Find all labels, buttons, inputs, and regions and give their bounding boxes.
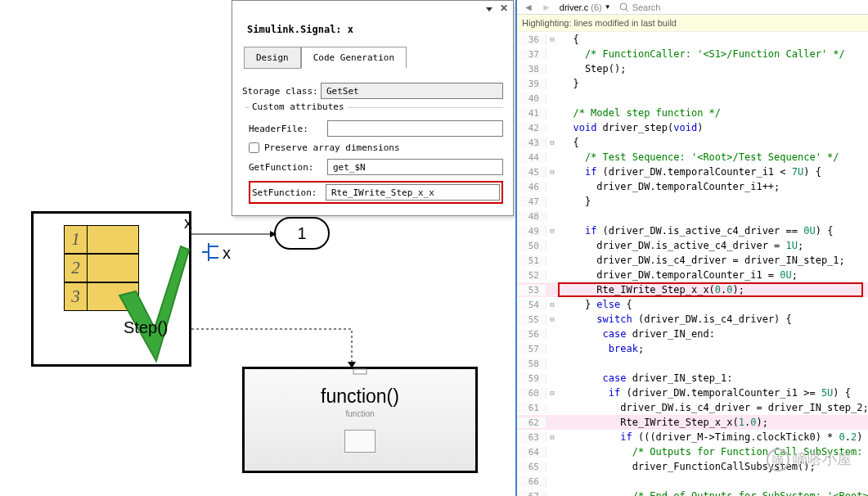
code-text: break; <box>558 343 868 354</box>
line-number: 60 <box>517 388 546 399</box>
line-number: 58 <box>517 358 546 369</box>
fold-gutter[interactable]: ⊟ <box>546 300 558 309</box>
fold-gutter[interactable]: ⊟ <box>546 315 558 323</box>
tab-code-generation[interactable]: Code Generation <box>301 47 407 69</box>
line-number: 52 <box>517 270 546 281</box>
fold-gutter[interactable]: ⊟ <box>546 227 558 235</box>
line-number: 36 <box>517 34 546 45</box>
line-number: 44 <box>517 152 546 163</box>
code-line[interactable]: 40 <box>517 91 868 106</box>
line-number: 53 <box>517 285 546 295</box>
code-line[interactable]: 57 break; <box>517 341 868 356</box>
header-file-input[interactable] <box>327 120 503 137</box>
code-line[interactable]: 60⊟ if (driver_DW.temporalCounter_i1 >= … <box>517 386 868 400</box>
line-number: 50 <box>517 241 546 251</box>
code-line[interactable]: 67 /* End of Outputs for SubSystem: '<Ro… <box>517 489 868 496</box>
header-file-label: HeaderFile: <box>249 124 327 134</box>
simulink-canvas[interactable]: 1 2 3 Step() x x 1 function() function ✕… <box>0 0 515 496</box>
code-line[interactable]: 52 driver_DW.temporalCounter_i1 = 0U; <box>517 268 868 282</box>
line-number: 66 <box>517 476 546 487</box>
line-number: 46 <box>517 182 546 192</box>
code-line[interactable]: 45⊟ if (driver_DW.temporalCounter_i1 < 7… <box>517 165 868 179</box>
code-line[interactable]: 36⊟ { <box>517 32 868 47</box>
dropdown-icon[interactable] <box>486 7 492 11</box>
code-line[interactable]: 37 /* FunctionCaller: '<S1>/Function Cal… <box>517 47 868 61</box>
function-title: function() <box>321 386 399 408</box>
function-subtitle: function <box>345 409 374 418</box>
code-line[interactable]: 62 Rte_IWrite_Step_x_x(1.0); <box>517 415 868 430</box>
test-sequence-block[interactable]: 1 2 3 Step() <box>31 211 191 367</box>
code-text: Rte_IWrite_Step_x_x(0.0); <box>558 284 868 295</box>
code-text: } else { <box>558 299 868 310</box>
line-number: 47 <box>517 196 546 207</box>
editor-toolbar: ◄ ► driver.c (6) ▼ Search <box>517 0 868 15</box>
code-line[interactable]: 42 void driver_step(void) <box>517 120 868 135</box>
code-line[interactable]: 53 Rte_IWrite_Step_x_x(0.0); <box>517 282 868 297</box>
code-line[interactable]: 50 driver_DW.is_active_c4_driver = 1U; <box>517 238 868 253</box>
fold-gutter[interactable]: ⊟ <box>546 389 558 397</box>
code-editor[interactable]: ◄ ► driver.c (6) ▼ Search Highlighting: … <box>515 0 868 496</box>
search-placeholder: Search <box>632 2 661 12</box>
code-text: { <box>558 34 868 45</box>
close-icon[interactable]: ✕ <box>500 2 508 14</box>
line-number: 41 <box>517 108 546 119</box>
line-number: 59 <box>517 373 546 384</box>
code-line[interactable]: 39 } <box>517 76 868 91</box>
code-line[interactable]: 63⊟ if (((driver_M->Timing.clockTick0) *… <box>517 430 868 444</box>
line-number: 40 <box>517 93 546 104</box>
file-selector[interactable]: driver.c (6) ▼ <box>560 2 611 12</box>
code-text: driver_DW.temporalCounter_i1++; <box>558 181 868 192</box>
code-line[interactable]: 58 <box>517 356 868 371</box>
fold-gutter[interactable]: ⊟ <box>546 433 558 441</box>
code-line[interactable]: 59 case driver_IN_step_1: <box>517 371 868 386</box>
code-line[interactable]: 55⊟ switch (driver_DW.is_c4_driver) { <box>517 312 868 327</box>
checkmark-icon <box>111 238 193 361</box>
code-line[interactable]: 56 case driver_IN_end: <box>517 327 868 341</box>
code-line[interactable]: 66 <box>517 474 868 489</box>
code-line[interactable]: 48 <box>517 209 868 223</box>
nav-fwd-icon[interactable]: ► <box>542 2 551 13</box>
line-number: 62 <box>517 417 546 428</box>
outport-block[interactable]: 1 <box>274 217 330 250</box>
set-function-input[interactable] <box>326 184 500 201</box>
line-number: 63 <box>517 432 546 443</box>
signal-name-x: x <box>184 214 192 232</box>
search-icon <box>619 2 629 12</box>
code-text: if (driver_DW.temporalCounter_i1 >= 5U) … <box>558 387 868 399</box>
function-call-block[interactable]: function() function <box>242 367 478 473</box>
line-number: 64 <box>517 447 546 458</box>
code-line[interactable]: 51 driver_DW.is_c4_driver = driver_IN_st… <box>517 253 868 268</box>
search-box[interactable]: Search <box>619 2 661 12</box>
signal-properties-dialog[interactable]: ✕ Simulink.Signal: x Design Code Generat… <box>232 0 514 216</box>
line-number: 45 <box>517 167 546 178</box>
storage-class-select[interactable] <box>321 83 503 99</box>
line-number: 67 <box>517 491 546 497</box>
preserve-array-checkbox[interactable] <box>249 142 259 153</box>
fold-gutter[interactable]: ⊟ <box>546 35 558 43</box>
get-function-input[interactable] <box>327 159 503 175</box>
code-line[interactable]: 41 /* Model step function */ <box>517 106 868 120</box>
svg-line-10 <box>626 9 628 11</box>
control-arrow <box>188 326 360 368</box>
code-line[interactable]: 54⊟ } else { <box>517 297 868 312</box>
code-line[interactable]: 47 } <box>517 194 868 209</box>
preserve-array-label: Preserve array dimensions <box>264 142 400 153</box>
code-text: } <box>558 78 868 89</box>
dialog-title: Simulink.Signal: x <box>232 16 513 42</box>
code-line[interactable]: 46 driver_DW.temporalCounter_i1++; <box>517 179 868 194</box>
code-line[interactable]: 49⊟ if (driver_DW.is_active_c4_driver ==… <box>517 223 868 238</box>
nav-back-icon[interactable]: ◄ <box>524 2 533 13</box>
fold-gutter[interactable]: ⊟ <box>546 138 558 147</box>
code-line[interactable]: 38 Step(); <box>517 61 868 76</box>
fold-gutter[interactable]: ⊟ <box>546 168 558 176</box>
highlight-banner: Highlighting: lines modified in last bui… <box>517 15 868 32</box>
code-text: case driver_IN_step_1: <box>558 372 868 384</box>
tab-design[interactable]: Design <box>244 47 301 69</box>
code-line[interactable]: 61 driver_DW.is_c4_driver = driver_IN_st… <box>517 400 868 415</box>
code-text: case driver_IN_end: <box>558 328 868 340</box>
code-text: } <box>558 196 868 207</box>
chevron-down-icon: ▼ <box>605 3 611 11</box>
code-area[interactable]: 36⊟ {37 /* FunctionCaller: '<S1>/Functio… <box>517 32 868 496</box>
code-line[interactable]: 44 /* Test Sequence: '<Root>/Test Sequen… <box>517 150 868 165</box>
code-line[interactable]: 43⊟ { <box>517 135 868 150</box>
